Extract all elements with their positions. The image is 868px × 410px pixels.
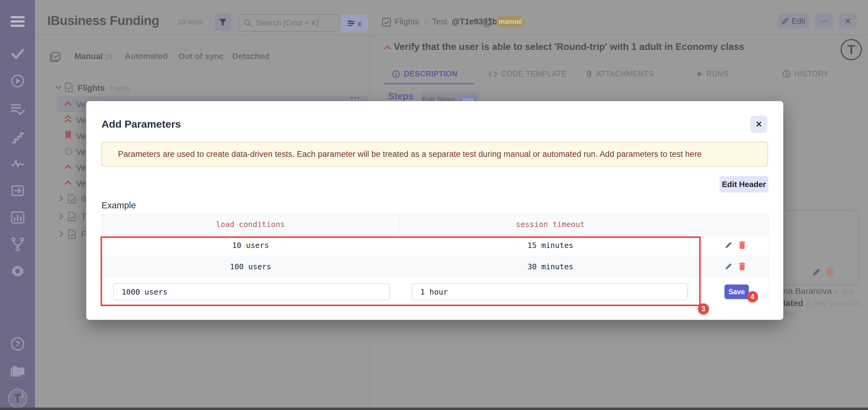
- parameters-table-header: load conditions session timeout: [102, 215, 769, 234]
- row-edit-pencil-icon[interactable]: [724, 241, 733, 249]
- row-edit-pencil-icon[interactable]: [724, 262, 733, 271]
- modal-close-button[interactable]: ✕: [750, 116, 768, 133]
- annotation-badge-4: 4: [747, 291, 758, 302]
- annotation-rectangle: [100, 236, 701, 306]
- row-delete-trash-icon[interactable]: [739, 241, 746, 250]
- column-header-actions: [702, 215, 769, 234]
- edit-header-button[interactable]: Edit Header: [720, 176, 768, 192]
- banner-text: Parameters are used to create data-drive…: [118, 150, 702, 159]
- row-delete-trash-icon[interactable]: [739, 262, 746, 271]
- app-root: ? T IBusiness Funding 18 tests: [0, 0, 868, 410]
- annotation-badge-3: 3: [698, 304, 709, 314]
- save-button[interactable]: Save: [724, 284, 749, 299]
- window-bottom-edge: [0, 408, 868, 410]
- example-label: Example: [101, 200, 136, 211]
- modal-title: Add Parameters: [101, 118, 181, 130]
- parameters-info-banner: Parameters are used to create data-drive…: [101, 141, 768, 167]
- column-header: load conditions: [102, 215, 399, 234]
- column-header: session timeout: [399, 215, 702, 234]
